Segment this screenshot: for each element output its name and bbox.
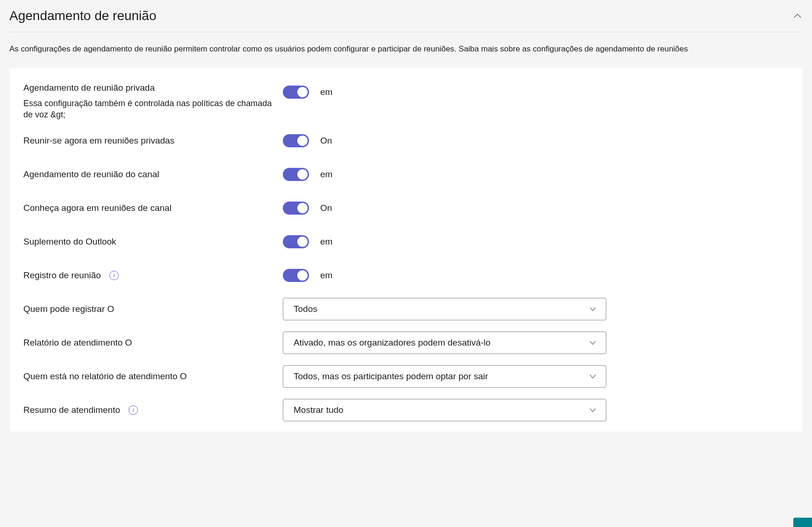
- setting-control: em: [283, 269, 789, 282]
- setting-label-col: Agendamento de reunião do canal: [23, 169, 283, 180]
- setting-row-meet-now-channel: Conheça agora em reuniões de canal On: [23, 191, 789, 225]
- toggle-registration[interactable]: [283, 269, 309, 282]
- chevron-down-icon: [588, 405, 597, 415]
- settings-card: Agendamento de reunião privada Essa conf…: [9, 68, 803, 432]
- setting-label: Agendamento de reunião privada: [23, 83, 155, 93]
- toggle-channel-meeting[interactable]: [283, 168, 309, 181]
- setting-control: Ativado, mas os organizadores podem desa…: [283, 332, 789, 354]
- setting-label-col: Resumo de atendimento i: [23, 405, 283, 415]
- setting-label-text: Registro de reunião: [23, 270, 101, 281]
- dropdown-value: Mostrar tudo: [294, 405, 344, 415]
- setting-label-col: Agendamento de reunião privada Essa conf…: [23, 83, 283, 121]
- toggle-outlook-addin[interactable]: [283, 235, 309, 248]
- dropdown-value: Ativado, mas os organizadores podem desa…: [294, 338, 490, 348]
- section-title: Agendamento de reunião: [9, 8, 156, 23]
- setting-row-registration: Registro de reunião i em: [23, 259, 789, 292]
- setting-row-meet-now-private: Reunir-se agora em reuniões privadas On: [23, 124, 789, 158]
- section-header: Agendamento de reunião: [9, 8, 803, 32]
- toggle-state-label: em: [320, 87, 332, 97]
- setting-label: Suplemento do Outlook: [23, 237, 116, 247]
- dropdown-value: Todos: [294, 304, 317, 314]
- setting-row-attendance-summary: Resumo de atendimento i Mostrar tudo: [23, 393, 789, 427]
- setting-label: Conheça agora em reuniões de canal: [23, 203, 172, 213]
- setting-label: Quem está no relatório de atendimento O: [23, 371, 187, 382]
- chevron-up-icon[interactable]: [792, 11, 803, 21]
- setting-label: Resumo de atendimento i: [23, 405, 138, 415]
- toggle-state-label: em: [320, 169, 332, 180]
- setting-label: Registro de reunião i: [23, 270, 119, 281]
- setting-label: Agendamento de reunião do canal: [23, 169, 159, 180]
- setting-label-col: Quem pode registrar O: [23, 304, 283, 314]
- setting-label: Relatório de atendimento O: [23, 338, 132, 348]
- toggle-meet-now-private[interactable]: [283, 134, 309, 147]
- dropdown-who-can-register[interactable]: Todos: [283, 298, 606, 320]
- setting-label: Reunir-se agora em reuniões privadas: [23, 136, 174, 146]
- toggle-state-label: On: [320, 136, 332, 146]
- toggle-state-label: em: [320, 237, 332, 247]
- toggle-state-label: On: [320, 203, 332, 213]
- setting-label-col: Conheça agora em reuniões de canal: [23, 203, 283, 213]
- dropdown-value: Todos, mas os participantes podem optar …: [294, 371, 488, 382]
- chevron-down-icon: [588, 372, 597, 381]
- dropdown-who-in-report[interactable]: Todos, mas os participantes podem optar …: [283, 365, 606, 388]
- setting-control: Mostrar tudo: [283, 399, 789, 421]
- setting-row-who-in-report: Quem está no relatório de atendimento O …: [23, 360, 789, 393]
- setting-control: Todos, mas os participantes podem optar …: [283, 365, 789, 388]
- setting-row-outlook-addin: Suplemento do Outlook em: [23, 225, 789, 259]
- setting-row-attendance-report: Relatório de atendimento O Ativado, mas …: [23, 326, 789, 360]
- setting-control: On: [283, 202, 789, 215]
- setting-control: em: [283, 235, 789, 248]
- setting-control: em: [283, 83, 789, 99]
- chevron-down-icon: [588, 304, 597, 314]
- setting-row-who-can-register: Quem pode registrar O Todos: [23, 292, 789, 326]
- toggle-meet-now-channel[interactable]: [283, 202, 309, 215]
- setting-label-col: Reunir-se agora em reuniões privadas: [23, 136, 283, 146]
- dropdown-attendance-report[interactable]: Ativado, mas os organizadores podem desa…: [283, 332, 606, 354]
- setting-label-col: Quem está no relatório de atendimento O: [23, 371, 283, 382]
- setting-row-private-meeting: Agendamento de reunião privada Essa conf…: [23, 79, 789, 124]
- setting-control: On: [283, 134, 789, 147]
- setting-label-col: Suplemento do Outlook: [23, 237, 283, 247]
- section-description: As configurações de agendamento de reuni…: [9, 43, 803, 55]
- setting-control: Todos: [283, 298, 789, 320]
- setting-label-col: Registro de reunião i: [23, 270, 283, 281]
- info-icon[interactable]: i: [109, 271, 119, 280]
- dropdown-attendance-summary[interactable]: Mostrar tudo: [283, 399, 606, 421]
- chevron-down-icon: [588, 338, 597, 347]
- setting-row-channel-meeting: Agendamento de reunião do canal em: [23, 158, 789, 191]
- setting-control: em: [283, 168, 789, 181]
- setting-sublabel: Essa configuração também é controlada na…: [23, 98, 273, 121]
- toggle-private-meeting[interactable]: [283, 86, 309, 99]
- setting-label-text: Resumo de atendimento: [23, 405, 120, 415]
- setting-label-col: Relatório de atendimento O: [23, 338, 283, 348]
- setting-label: Quem pode registrar O: [23, 304, 114, 314]
- toggle-state-label: em: [320, 270, 332, 281]
- info-icon[interactable]: i: [129, 405, 138, 415]
